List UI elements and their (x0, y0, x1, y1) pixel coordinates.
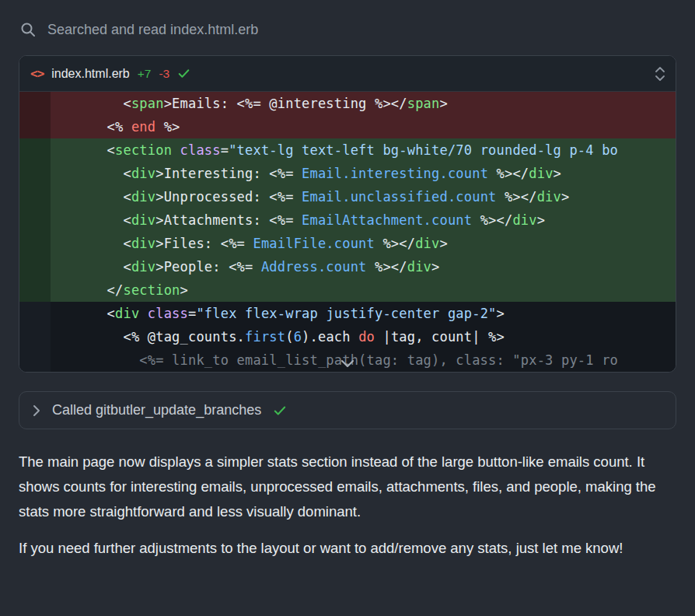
diff-filename: index.html.erb (51, 67, 130, 81)
diff-additions-count: +7 (138, 67, 152, 81)
diff-gutter (19, 92, 51, 115)
diff-gutter (19, 255, 51, 278)
check-icon (177, 67, 190, 80)
diff-gutter (19, 115, 51, 138)
message-paragraph: If you need further adjustments to the l… (19, 536, 676, 561)
code-line-text: <section class="text-lg text-left bg-whi… (51, 138, 676, 162)
diff-gutter (19, 185, 51, 208)
chevron-right-icon (33, 404, 40, 417)
diff-gutter (19, 278, 51, 302)
diff-gutter (19, 162, 51, 185)
code-line-text: <% @tag_counts.first(6).each do |tag, co… (51, 325, 676, 348)
diff-gutter (19, 348, 51, 372)
diff-gutter (19, 138, 51, 162)
code-lines: <span>Emails: <%= @interesting %></span>… (19, 92, 676, 372)
tool-status-text: Searched and read index.html.erb (47, 22, 258, 38)
assistant-message: The main page now displays a simpler sta… (19, 450, 676, 561)
check-icon (273, 404, 287, 418)
diff-gutter (19, 232, 51, 255)
code-line-text: </section> (51, 278, 676, 302)
code-line-text: <div class="flex flex-wrap justify-cente… (51, 302, 676, 325)
tool-status-searched[interactable]: Searched and read index.html.erb (19, 22, 676, 38)
diff-header[interactable]: <> index.html.erb +7 -3 (19, 56, 676, 92)
code-line-text: <div>Interesting: <%= Email.interesting.… (51, 162, 676, 185)
tool-call-gitbutler[interactable]: Called gitbutler_update_branches (19, 391, 676, 429)
code-line-removed: <% end %> (19, 115, 676, 138)
expand-chevron-icon[interactable] (337, 357, 358, 371)
diff-deletions-count: -3 (159, 67, 169, 81)
message-paragraph: The main page now displays a simpler sta… (19, 450, 676, 524)
code-line-added: <div>Unprocessed: <%= Email.unclassified… (19, 185, 676, 208)
code-line-text: <%= link_to email_list_path(tag: tag), c… (51, 348, 676, 372)
code-line-text: <% end %> (51, 115, 676, 138)
code-line-added: <div>Files: <%= EmailFile.count %></div> (19, 232, 676, 255)
diff-gutter (19, 302, 51, 325)
code-line-text: <div>Files: <%= EmailFile.count %></div> (51, 232, 676, 255)
code-line-removed: <span>Emails: <%= @interesting %></span> (19, 92, 676, 115)
code-line-added: <div>People: <%= Address.count %></div> (19, 255, 676, 278)
code-line-added: <section class="text-lg text-left bg-whi… (19, 138, 676, 162)
code-line-added: </section> (19, 278, 676, 302)
diff-gutter (19, 208, 51, 232)
code-line-context: <div class="flex flex-wrap justify-cente… (19, 302, 676, 325)
code-line-text: <div>Attachments: <%= EmailAttachment.co… (51, 208, 676, 232)
search-icon (20, 22, 37, 38)
unfold-icon[interactable] (655, 67, 665, 81)
code-line-text: <span>Emails: <%= @interesting %></span> (51, 92, 676, 115)
code-line-added: <div>Attachments: <%= EmailAttachment.co… (19, 208, 676, 232)
chat-transcript: Searched and read index.html.erb <> inde… (0, 0, 695, 561)
code-line-text: <div>Unprocessed: <%= Email.unclassified… (51, 185, 676, 208)
code-file-icon: <> (30, 66, 44, 81)
code-line-added: <div>Interesting: <%= Email.interesting.… (19, 162, 676, 185)
diff-gutter (19, 325, 51, 348)
code-diff-panel: <> index.html.erb +7 -3 <span>Emails: <%… (19, 55, 676, 373)
tool-call-label: Called gitbutler_update_branches (52, 402, 261, 418)
code-line-text: <div>People: <%= Address.count %></div> (51, 255, 676, 278)
diff-code: <span>Emails: <%= @interesting %></span>… (19, 92, 676, 372)
code-line-context: <% @tag_counts.first(6).each do |tag, co… (19, 325, 676, 348)
